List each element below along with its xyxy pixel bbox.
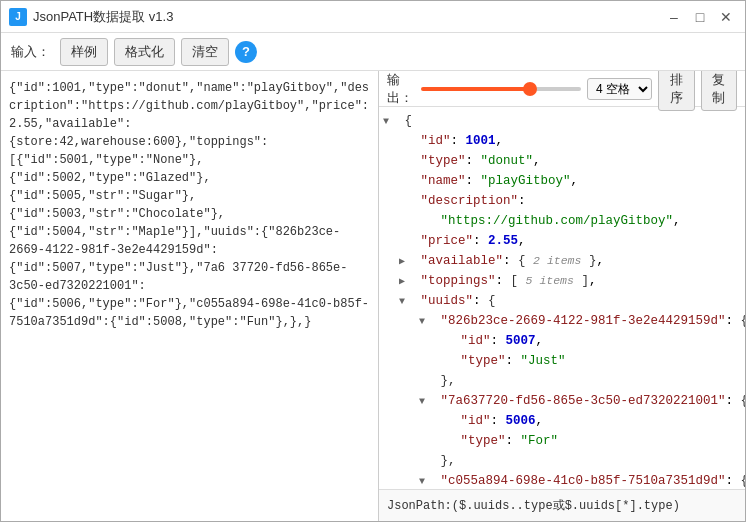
tree-row[interactable]: "price": 2.55, bbox=[379, 231, 745, 251]
tree-row[interactable]: "https://github.com/playGitboy", bbox=[379, 211, 745, 231]
expand-icon[interactable]: ▼ bbox=[383, 114, 397, 130]
format-button[interactable]: 格式化 bbox=[114, 38, 175, 66]
input-label: 输入： bbox=[11, 43, 50, 61]
space-select[interactable]: 4 空格 2 空格 Tab bbox=[587, 78, 652, 100]
window-controls: – □ ✕ bbox=[663, 6, 737, 28]
expand-icon bbox=[399, 234, 413, 250]
expand-icon[interactable]: ▼ bbox=[419, 474, 433, 489]
main-window: J JsonPATH数据提取 v1.3 – □ ✕ 输入： 样例 格式化 清空 … bbox=[0, 0, 746, 522]
copy-button[interactable]: 复制 bbox=[701, 71, 738, 111]
slider-container bbox=[421, 87, 581, 91]
expand-icon[interactable]: ▼ bbox=[419, 314, 433, 330]
sample-button[interactable]: 样例 bbox=[60, 38, 108, 66]
collapse-icon[interactable]: ▶ bbox=[399, 274, 413, 290]
output-slider[interactable] bbox=[421, 87, 581, 91]
help-button[interactable]: ? bbox=[235, 41, 257, 63]
expand-icon bbox=[439, 434, 453, 450]
jsonpath-bar: JsonPath:($.uuids..type或$.uuids[*].type) bbox=[379, 489, 745, 521]
expand-icon bbox=[419, 454, 433, 470]
close-button[interactable]: ✕ bbox=[715, 6, 737, 28]
tree-row[interactable]: "description": bbox=[379, 191, 745, 211]
expand-icon bbox=[439, 354, 453, 370]
sort-button[interactable]: 排序 bbox=[658, 71, 695, 111]
tree-row[interactable]: "type": "For" bbox=[379, 431, 745, 451]
tree-row[interactable]: "name": "playGitboy", bbox=[379, 171, 745, 191]
expand-icon bbox=[399, 154, 413, 170]
tree-row[interactable]: "type": "donut", bbox=[379, 151, 745, 171]
minimize-button[interactable]: – bbox=[663, 6, 685, 28]
expand-icon bbox=[439, 334, 453, 350]
expand-icon bbox=[399, 134, 413, 150]
title-text: JsonPATH数据提取 v1.3 bbox=[33, 8, 663, 26]
tree-row[interactable]: ▶ "available": { 2 items }, bbox=[379, 251, 745, 271]
expand-icon[interactable]: ▼ bbox=[399, 294, 413, 310]
expand-icon bbox=[419, 374, 433, 390]
tree-row[interactable]: "id": 5006, bbox=[379, 411, 745, 431]
tree-row[interactable]: }, bbox=[379, 371, 745, 391]
expand-icon[interactable]: ▼ bbox=[419, 394, 433, 410]
tree-row[interactable]: "id": 1001, bbox=[379, 131, 745, 151]
tree-row[interactable]: ▼ "c055a894-698e-41c0-b85f-7510a7351d9d"… bbox=[379, 471, 745, 489]
tree-row[interactable]: }, bbox=[379, 451, 745, 471]
expand-icon bbox=[399, 194, 413, 210]
output-panel: 输出： 4 空格 2 空格 Tab 排序 复制 ▼ { bbox=[379, 71, 745, 521]
main-content: {"id":1001,"type":"donut","name":"playGi… bbox=[1, 71, 745, 521]
expand-icon bbox=[439, 414, 453, 430]
json-tree[interactable]: ▼ { "id": 1001, "type": "donut", "name":… bbox=[379, 107, 745, 489]
tree-row[interactable]: ▼ "7a637720-fd56-865e-3c50-ed7320221001"… bbox=[379, 391, 745, 411]
collapse-icon[interactable]: ▶ bbox=[399, 254, 413, 270]
tree-row[interactable]: "id": 5007, bbox=[379, 331, 745, 351]
tree-row[interactable]: ▼ "826b23ce-2669-4122-981f-3e2e4429159d"… bbox=[379, 311, 745, 331]
tree-row[interactable]: "type": "Just" bbox=[379, 351, 745, 371]
input-panel: {"id":1001,"type":"donut","name":"playGi… bbox=[1, 71, 379, 521]
tree-row[interactable]: ▼ "uuids": { bbox=[379, 291, 745, 311]
maximize-button[interactable]: □ bbox=[689, 6, 711, 28]
tree-row[interactable]: ▼ { bbox=[379, 111, 745, 131]
output-toolbar: 输出： 4 空格 2 空格 Tab 排序 复制 bbox=[379, 71, 745, 107]
input-toolbar: 输入： 样例 格式化 清空 ? bbox=[1, 33, 745, 71]
expand-icon bbox=[419, 214, 433, 230]
output-label: 输出： bbox=[387, 71, 413, 107]
app-icon: J bbox=[9, 8, 27, 26]
tree-row[interactable]: ▶ "toppings": [ 5 items ], bbox=[379, 271, 745, 291]
title-bar: J JsonPATH数据提取 v1.3 – □ ✕ bbox=[1, 1, 745, 33]
input-textarea[interactable]: {"id":1001,"type":"donut","name":"playGi… bbox=[1, 71, 378, 521]
jsonpath-text: JsonPath:($.uuids..type或$.uuids[*].type) bbox=[387, 497, 680, 514]
clear-button[interactable]: 清空 bbox=[181, 38, 229, 66]
expand-icon bbox=[399, 174, 413, 190]
